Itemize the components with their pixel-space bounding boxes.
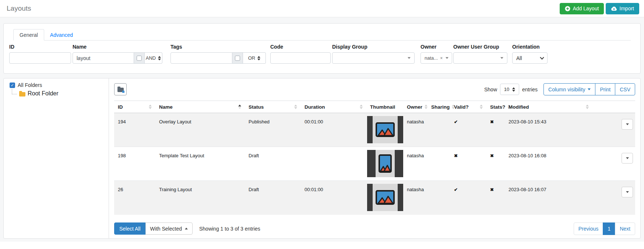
tree-node-root-folder[interactable]: Root Folder (12, 90, 109, 97)
import-label: Import (619, 6, 634, 11)
entries-summary: Showing 1 to 3 of 3 entries (199, 226, 260, 232)
root-folder-label[interactable]: Root Folder (28, 90, 59, 97)
sort-icon (294, 105, 297, 109)
filter-tags: Tags OR (170, 44, 266, 64)
col-header-owner[interactable]: Owner (403, 101, 427, 113)
cell-status: Published (245, 113, 301, 147)
owner-user-group-select[interactable] (453, 52, 507, 64)
layout-thumbnail[interactable] (367, 150, 403, 177)
col-header-name[interactable]: Name (155, 101, 245, 113)
cross-icon: ✖ (490, 119, 494, 124)
name-logic-value: AND (146, 55, 156, 61)
name-exact-match-checkbox[interactable] (137, 56, 142, 61)
remove-owner-icon[interactable]: × (440, 56, 443, 61)
cell-stats: ✖ (486, 181, 505, 215)
chevron-down-icon (500, 57, 503, 59)
tags-logic-value: OR (248, 55, 256, 61)
orientation-value: All (516, 55, 522, 61)
filter-owner-user-group: Owner User Group (453, 44, 507, 64)
select-arrows-icon (158, 56, 161, 60)
caret-down-icon (588, 88, 591, 90)
col-header-duration[interactable]: Duration (301, 101, 366, 113)
cell-stats: ✖ (486, 113, 505, 147)
code-label: Code (270, 44, 331, 50)
orientation-label: Orientation (512, 44, 548, 50)
page-title: Layouts (7, 4, 31, 13)
tags-input[interactable] (170, 52, 232, 64)
tags-exact-match-addon (232, 52, 243, 64)
cell-name: Overlay Layout (155, 113, 245, 147)
name-label: Name (73, 44, 162, 50)
tab-advanced[interactable]: Advanced (44, 29, 79, 41)
sort-icon (480, 105, 483, 109)
chevron-down-icon (540, 55, 544, 59)
caret-down-icon (626, 191, 629, 193)
table-row: 198 Template Test Layout Draft (114, 147, 635, 181)
cell-thumbnail (366, 181, 403, 215)
with-selected-button[interactable]: With Selected (145, 222, 193, 235)
filter-card: General Advanced ID Name AND Tags OR (3, 23, 641, 74)
image-placeholder-icon (376, 150, 395, 177)
print-button[interactable]: Print (595, 83, 615, 95)
csv-button[interactable]: CSV (615, 83, 635, 95)
cell-sharing (427, 113, 450, 147)
show-entries: Show 10 entries (484, 84, 538, 95)
sort-icon (425, 105, 427, 109)
all-folders-label[interactable]: All Folders (18, 82, 42, 88)
col-header-sharing[interactable]: Sharing (427, 101, 450, 113)
orientation-select[interactable]: All (512, 52, 548, 64)
folder-tree-toggle-button[interactable] (114, 83, 127, 95)
layout-thumbnail[interactable] (367, 184, 403, 211)
tab-general[interactable]: General (13, 29, 44, 41)
cell-name: Template Test Layout (155, 147, 245, 181)
col-header-modified[interactable]: Modified (505, 101, 592, 113)
col-header-valid[interactable]: Valid? (450, 101, 486, 113)
page-size-select[interactable]: 10 (500, 84, 519, 95)
cell-valid: ✔ (450, 181, 486, 215)
pagination-previous[interactable]: Previous (574, 222, 603, 235)
tags-logic-select[interactable]: OR (243, 52, 266, 64)
column-visibility-label: Column visibility (548, 87, 585, 92)
cell-valid: ✖ (450, 147, 486, 181)
folder-icon (19, 92, 25, 97)
cell-status: Draft (245, 147, 301, 181)
page-size-value: 10 (504, 87, 509, 92)
tags-exact-match-checkbox[interactable] (235, 56, 240, 61)
cell-sharing (427, 147, 450, 181)
import-button[interactable]: Import (606, 3, 639, 14)
filter-code: Code (270, 44, 331, 64)
cell-valid: ✔ (450, 113, 486, 147)
caret-up-icon (185, 228, 188, 229)
code-input[interactable] (270, 52, 331, 64)
folder-tree-panel: ✓ All Folders Root Folder (4, 78, 109, 238)
cell-status: Draft (245, 181, 301, 215)
filter-id: ID (9, 44, 71, 64)
select-all-button[interactable]: Select All (114, 222, 146, 235)
with-selected-label: With Selected (150, 226, 182, 232)
col-header-id[interactable]: ID (114, 101, 155, 113)
add-layout-button[interactable]: Add Layout (560, 3, 604, 14)
cross-icon: ✖ (490, 153, 494, 158)
layouts-table: ID Name Status Duration Thumbnail Owner … (114, 101, 635, 215)
owner-select[interactable]: nata... × (420, 52, 452, 64)
row-actions-button[interactable] (622, 153, 633, 164)
folder-tree-icon (117, 88, 124, 92)
row-actions-button[interactable] (622, 187, 633, 197)
layout-thumbnail[interactable] (367, 116, 403, 143)
check-icon: ✔ (454, 119, 458, 124)
cell-modified: 2023-08-10 16:08 (505, 147, 592, 181)
pagination-next[interactable]: Next (615, 222, 635, 235)
name-logic-select[interactable]: AND (145, 52, 162, 64)
pagination-page-1[interactable]: 1 (603, 222, 615, 235)
id-input[interactable] (9, 52, 71, 64)
thumb-bar (367, 184, 373, 211)
row-actions-button[interactable] (622, 119, 633, 130)
cell-modified: 2023-08-10 16:07 (505, 181, 592, 215)
col-header-stats[interactable]: Stats? (486, 101, 505, 113)
display-group-select[interactable] (332, 52, 415, 64)
thumb-bar (367, 150, 376, 177)
column-visibility-button[interactable]: Column visibility (543, 83, 595, 95)
all-folders-checkbox[interactable]: ✓ (10, 83, 15, 88)
name-input[interactable] (73, 52, 134, 64)
col-header-status[interactable]: Status (245, 101, 301, 113)
